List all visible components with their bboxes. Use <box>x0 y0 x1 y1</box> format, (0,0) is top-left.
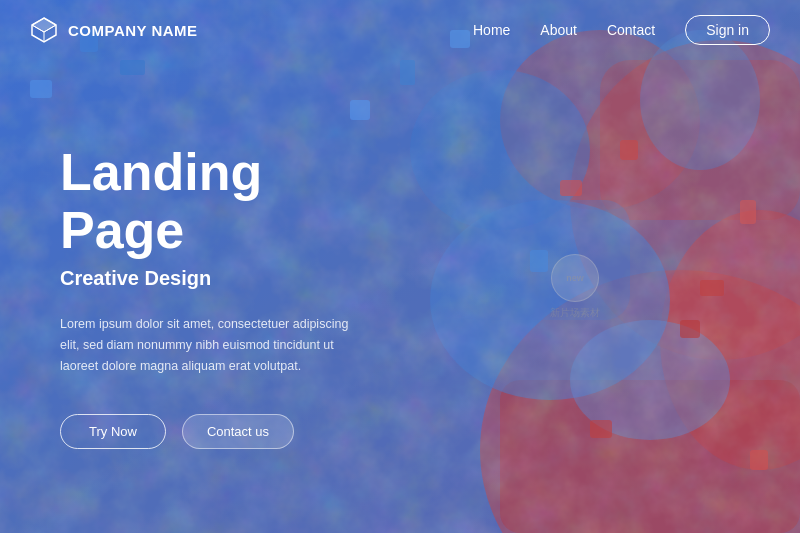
page-wrapper: COMPANY NAME Home About Contact Sign in … <box>0 0 800 533</box>
content-layer: COMPANY NAME Home About Contact Sign in … <box>0 0 800 533</box>
signin-button[interactable]: Sign in <box>685 15 770 45</box>
nav-links: Home About Contact Sign in <box>473 15 770 45</box>
svg-marker-29 <box>32 18 56 32</box>
hero-body: Lorem ipsum dolor sit amet, consectetuer… <box>60 314 360 378</box>
hero-buttons: Try Now Contact us <box>60 414 360 449</box>
brand-name: COMPANY NAME <box>68 22 198 39</box>
hero-section: Landing Page Creative Design Lorem ipsum… <box>0 60 420 533</box>
hero-subtitle: Creative Design <box>60 267 360 290</box>
brand: COMPANY NAME <box>30 16 198 44</box>
cube-icon <box>30 16 58 44</box>
contact-us-button[interactable]: Contact us <box>182 414 294 449</box>
nav-home[interactable]: Home <box>473 22 510 38</box>
nav-about[interactable]: About <box>540 22 577 38</box>
navbar: COMPANY NAME Home About Contact Sign in <box>0 0 800 60</box>
nav-contact[interactable]: Contact <box>607 22 655 38</box>
try-now-button[interactable]: Try Now <box>60 414 166 449</box>
hero-title: Landing Page <box>60 144 360 258</box>
